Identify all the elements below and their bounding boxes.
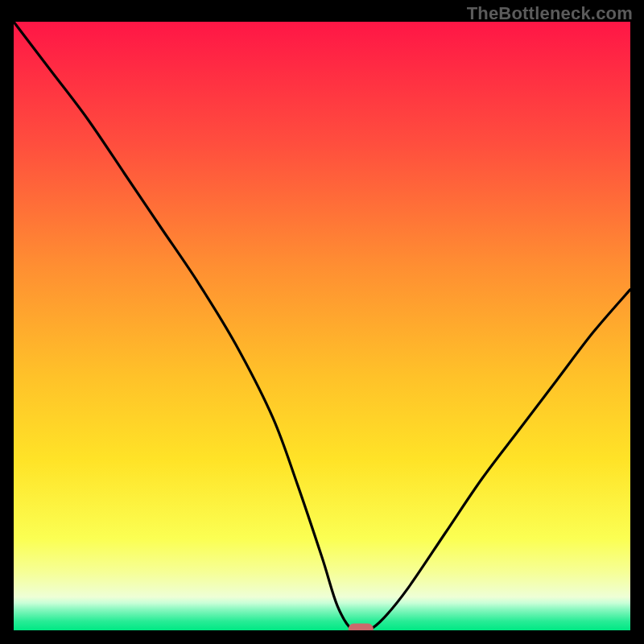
plot-svg (14, 22, 630, 630)
optimal-marker (349, 624, 373, 630)
chart-frame: TheBottleneck.com (0, 0, 644, 644)
plot-area (14, 22, 630, 630)
gradient-background (14, 22, 630, 630)
